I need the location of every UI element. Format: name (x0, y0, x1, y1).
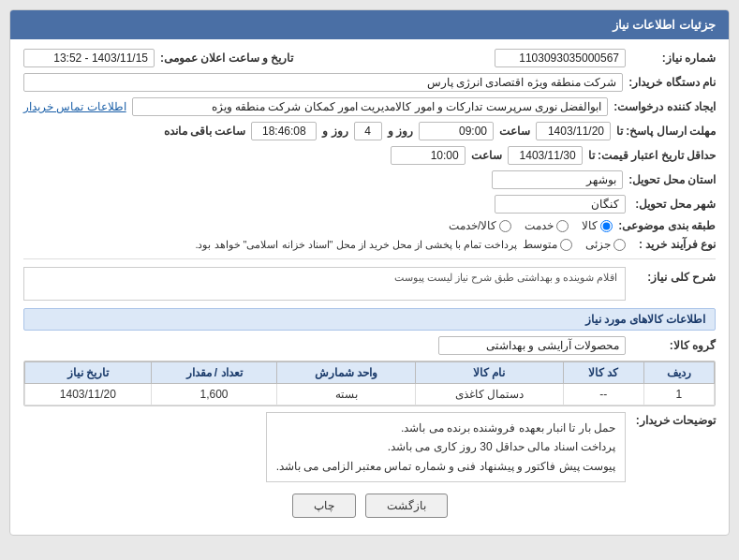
time-label: ساعت (499, 125, 530, 138)
response-time-value: 09:00 (419, 122, 494, 140)
province-label: استان محل تحویل: (628, 173, 716, 186)
table-cell-row: 1 (643, 384, 714, 405)
response-deadline-label: مهلت ارسال پاسخ: تا (616, 125, 716, 138)
category-option-both[interactable]: کالا/خدمت (449, 219, 511, 232)
table-row: 1--دستمال کاغذیبسته1,6001403/11/20 (25, 384, 715, 405)
price-time-value: 10:00 (391, 146, 466, 165)
remaining-label: ساعت باقی مانده (164, 125, 246, 138)
province-value: بوشهر (492, 170, 623, 189)
need-description-label: شرح کلی نیاز: (631, 271, 716, 284)
response-date-value: 1403/11/20 (536, 122, 611, 140)
goods-category-label: گروه کالا: (631, 339, 716, 352)
category-option-kala[interactable]: کالا (582, 219, 613, 232)
col-header-date: تاریخ نیاز (25, 362, 152, 384)
date-label: تاریخ و ساعت اعلان عمومی: (160, 52, 293, 65)
order-number-value: 1103093035000567 (495, 49, 626, 67)
purchase-note: پرداخت تمام با پخشی از محل خرید از محل "… (23, 239, 517, 251)
buyer-note-line: پیوست پیش فاکتور و پیشنهاد فنی و شماره ت… (276, 457, 615, 476)
table-cell-name: دستمال کاغذی (415, 384, 563, 405)
table-cell-code: -- (563, 384, 643, 405)
price-date-value: 1403/11/30 (508, 146, 583, 165)
col-header-code: کد کالا (563, 362, 643, 384)
response-remaining: 18:46:08 (251, 122, 317, 140)
city-value: کنگان (495, 195, 626, 214)
purchase-type-medium[interactable]: متوسط (523, 238, 572, 251)
table-cell-unit: بسته (277, 384, 415, 405)
category-label: طبقه بندی موضوعی: (618, 219, 716, 232)
goods-table: ردیف کد کالا نام کالا واحد شمارش تعداد /… (23, 361, 716, 406)
buyer-notes-label: توضیحات خریدار: (631, 414, 716, 427)
buyer-label: نام دستگاه خریدار: (628, 76, 716, 89)
date-value: 1403/11/15 - 13:52 (23, 49, 155, 67)
creator-value: ابوالفضل نوری سرپرست تدارکات و امور کالا… (132, 97, 609, 116)
response-days: 4 (354, 122, 382, 140)
buyer-note-line: حمل بار تا انبار بعهده فروشنده برنده می … (276, 419, 615, 437)
col-header-row: ردیف (643, 362, 714, 384)
category-option-khadamat[interactable]: خدمت (525, 219, 569, 232)
col-header-qty: تعداد / مقدار (151, 362, 277, 384)
col-header-name: نام کالا (415, 362, 563, 384)
category-radio-group: کالا خدمت کالا/خدمت (449, 219, 613, 232)
days-label: روز و (388, 125, 413, 138)
back-button[interactable]: بازگشت (365, 494, 448, 518)
purchase-type-radio-group: جزئی متوسط (523, 238, 626, 251)
bottom-buttons: بازگشت چاپ (23, 494, 716, 525)
price-time-label: ساعت (471, 149, 502, 162)
price-deadline-label: حداقل تاریخ اعتبار قیمت: تا (588, 149, 716, 162)
city-label: شهر محل تحویل: (631, 198, 716, 211)
need-description-value: اقلام شوینده و بهداشتی طبق شرح نیاز لیست… (23, 267, 626, 301)
divider-1 (23, 258, 716, 259)
print-button[interactable]: چاپ (292, 494, 356, 518)
days-unit: روز و (322, 125, 347, 138)
goods-info-header: اطلاعات کالاهای مورد نیاز (23, 308, 716, 331)
col-header-unit: واحد شمارش (277, 362, 415, 384)
table-cell-date: 1403/11/20 (25, 384, 152, 405)
goods-category-value: محصولات آرایشی و بهداشتی (438, 336, 626, 355)
creator-link[interactable]: اطلاعات تماس خریدار (23, 100, 126, 113)
panel-header: جزئیات اطلاعات نیاز (10, 10, 729, 39)
purchase-type-partial[interactable]: جزئی (585, 238, 626, 251)
order-number-label: شماره نیاز: (631, 52, 716, 65)
buyer-notes-content: حمل بار تا انبار بعهده فروشنده برنده می … (266, 412, 626, 482)
buyer-note-line: پرداخت اسناد مالی حداقل 30 روز کاری می ب… (276, 437, 615, 456)
creator-label: ایجاد کننده درخواست: (613, 100, 716, 113)
purchase-type-label: نوع فرآیند خرید : (631, 238, 716, 251)
table-cell-quantity: 1,600 (151, 384, 277, 405)
buyer-value: شرکت منطقه ویژه اقتصادی انرژی پارس (23, 73, 623, 92)
panel-title: جزئیات اطلاعات نیاز (613, 18, 716, 32)
